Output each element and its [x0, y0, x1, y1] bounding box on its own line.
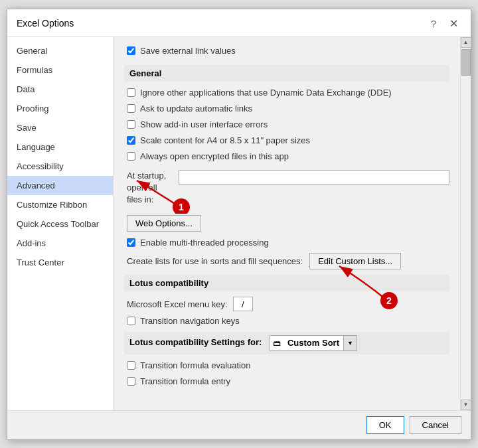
scale-content-label: Scale content for A4 or 8.5 x 11" paper … — [140, 135, 310, 147]
save-external-row: Save external link values — [124, 45, 449, 57]
lotus-section-header: Lotus compatibility — [124, 275, 449, 291]
scroll-up-button[interactable]: ▲ — [461, 37, 471, 48]
sidebar-item-general[interactable]: General — [7, 41, 113, 60]
multithreaded-checkbox[interactable] — [127, 238, 135, 247]
transition-formula-eval-label: Transition formula evaluation — [140, 360, 250, 372]
startup-input[interactable] — [179, 170, 449, 185]
dde-label: Ignore other applications that use Dynam… — [140, 87, 392, 99]
addin-errors-row: Show add-in user interface errors — [124, 119, 449, 131]
multithreaded-row: Enable multi-threaded processing — [124, 237, 449, 249]
lotus-menu-label: Microsoft Excel menu key: — [127, 299, 228, 309]
dropdown-table-icon: 🗃 — [270, 336, 283, 350]
save-external-checkbox[interactable] — [127, 46, 135, 55]
web-options-button[interactable]: Web Options... — [127, 215, 201, 232]
sidebar-item-formulas[interactable]: Formulas — [7, 60, 113, 80]
encrypted-files-row: Always open encrypted files in this app — [124, 151, 449, 163]
dde-checkbox[interactable] — [127, 88, 135, 97]
cancel-button[interactable]: Cancel — [410, 416, 461, 434]
transition-nav-label: Transition navigation keys — [140, 315, 240, 327]
title-bar-icons: ? ✕ — [428, 16, 461, 31]
edit-custom-lists-button[interactable]: Edit Custom Lists... — [309, 253, 401, 269]
ok-button[interactable]: OK — [366, 416, 404, 434]
transition-nav-checkbox[interactable] — [127, 317, 135, 325]
sidebar-item-accessibility[interactable]: Accessibility — [7, 157, 113, 176]
sidebar-item-customize-ribbon[interactable]: Customize Ribbon — [7, 195, 113, 214]
sidebar-item-add-ins[interactable]: Add-ins — [7, 234, 113, 253]
dropdown-text: Custom Sort — [283, 336, 343, 350]
excel-options-dialog: Excel Options ? ✕ General Formulas Data … — [7, 9, 471, 440]
transition-formula-entry-label: Transition formula entry — [140, 376, 230, 388]
lotus-settings-inline: 🗃 Custom Sort ▼ — [270, 337, 357, 347]
update-links-checkbox[interactable] — [127, 104, 135, 113]
sidebar-item-proofing[interactable]: Proofing — [7, 99, 113, 118]
transition-formula-eval-row: Transition formula evaluation — [124, 360, 449, 372]
footer-bar: OK Cancel — [7, 410, 471, 439]
save-external-label: Save external link values — [140, 45, 236, 57]
content-scroll: Save external link values General Ignore… — [114, 37, 460, 410]
custom-lists-row: Create lists for use in sorts and fill s… — [127, 253, 449, 269]
general-section-header: General — [124, 65, 449, 82]
transition-formula-entry-checkbox[interactable] — [127, 377, 135, 386]
custom-lists-label: Create lists for use in sorts and fill s… — [127, 256, 303, 266]
dialog-title: Excel Options — [17, 18, 74, 29]
addin-errors-label: Show add-in user interface errors — [140, 119, 268, 131]
transition-formula-entry-row: Transition formula entry — [124, 376, 449, 388]
lotus-menu-row: Microsoft Excel menu key: — [127, 297, 449, 311]
sidebar-item-data[interactable]: Data — [7, 80, 113, 99]
multithreaded-label: Enable multi-threaded processing — [140, 237, 269, 249]
addin-errors-checkbox[interactable] — [127, 120, 135, 129]
content-wrapper: Save external link values General Ignore… — [114, 37, 471, 410]
dropdown-arrow-icon[interactable]: ▼ — [343, 336, 357, 350]
lotus-settings-header: Lotus compatibility Settings for: 🗃 Cust… — [124, 332, 449, 354]
update-links-row: Ask to update automatic links — [124, 103, 449, 115]
title-bar: Excel Options ? ✕ — [7, 9, 471, 37]
sidebar: General Formulas Data Proofing Save Lang… — [7, 37, 114, 410]
sidebar-item-save[interactable]: Save — [7, 118, 113, 137]
transition-formula-eval-checkbox[interactable] — [127, 361, 135, 370]
help-button[interactable]: ? — [428, 17, 439, 31]
dde-row: Ignore other applications that use Dynam… — [124, 87, 449, 99]
scale-content-checkbox[interactable] — [127, 136, 135, 145]
sidebar-item-trust-center[interactable]: Trust Center — [7, 253, 113, 272]
lotus-settings-dropdown[interactable]: 🗃 Custom Sort ▼ — [270, 335, 357, 351]
encrypted-files-checkbox[interactable] — [127, 152, 135, 161]
close-button[interactable]: ✕ — [446, 16, 461, 31]
dialog-body: General Formulas Data Proofing Save Lang… — [7, 37, 471, 410]
scroll-thumb[interactable] — [461, 49, 471, 76]
startup-row: At startup,open allfiles in: — [127, 170, 449, 206]
update-links-label: Ask to update automatic links — [140, 103, 252, 115]
scroll-down-button[interactable]: ▼ — [461, 400, 471, 410]
lotus-menu-input[interactable] — [233, 297, 253, 311]
transition-nav-row: Transition navigation keys — [124, 315, 449, 327]
scrollbar: ▲ ▼ — [460, 37, 471, 410]
encrypted-files-label: Always open encrypted files in this app — [140, 151, 289, 163]
sidebar-item-quick-access-toolbar[interactable]: Quick Access Toolbar — [7, 214, 113, 234]
scale-content-row: Scale content for A4 or 8.5 x 11" paper … — [124, 135, 449, 147]
sidebar-item-language[interactable]: Language — [7, 137, 113, 157]
sidebar-item-advanced[interactable]: Advanced — [7, 176, 113, 195]
startup-label: At startup,open allfiles in: — [127, 170, 173, 206]
